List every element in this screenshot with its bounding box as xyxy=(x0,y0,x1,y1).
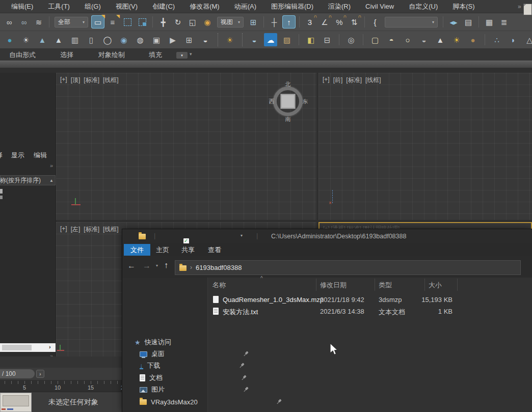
window-crossing-icon[interactable]: ▾ xyxy=(136,15,149,29)
compass-west-label[interactable]: 西 xyxy=(268,98,275,105)
scene-explorer-menu-edit[interactable]: 编辑 xyxy=(34,151,47,160)
select-place-icon[interactable]: ◉ ▾ xyxy=(201,15,214,29)
menu-item[interactable]: 图形编辑器(D) xyxy=(264,3,321,10)
menu-item[interactable]: 创建(C) xyxy=(145,3,182,10)
explorer-app-folder-icon[interactable] xyxy=(139,234,146,239)
scrollbar-right-arrow[interactable]: › xyxy=(49,344,51,350)
bind-to-spacewarp-icon[interactable]: ≋ ▾ xyxy=(32,15,45,29)
sun-positioner-icon[interactable]: ☀ xyxy=(223,33,236,46)
selection-filter-dropdown[interactable]: 全部 ▾ xyxy=(55,17,88,28)
ring-icon[interactable]: ◯ xyxy=(101,33,114,46)
layer-explorer-toggle-icon[interactable]: ≣ ▾ xyxy=(497,15,511,29)
vray-sun-icon[interactable]: ☀ xyxy=(450,33,463,46)
omni-light-icon[interactable]: ● xyxy=(3,33,16,46)
spinner-snap-icon[interactable]: ⇅ ∩ ▾ xyxy=(348,15,361,29)
pin-icon[interactable] xyxy=(237,362,246,370)
address-bar[interactable]: › 6193badf08388 xyxy=(175,260,521,275)
pin-icon[interactable] xyxy=(242,350,250,358)
viewport-standard-menu[interactable]: [标准] xyxy=(84,225,99,234)
viewport-menu-plus[interactable]: [+] xyxy=(323,76,330,85)
breadcrumb[interactable]: 6193badf08388 xyxy=(196,264,242,271)
viewport-menu-plus[interactable]: [+] xyxy=(60,225,67,234)
back-icon[interactable]: ← xyxy=(127,261,136,270)
sort-ascending-icon[interactable]: ^ xyxy=(260,276,263,281)
particles-icon[interactable]: ∴ xyxy=(490,33,503,46)
select-manipulate-icon[interactable]: ┼ ▾ xyxy=(268,15,281,29)
plane-light-icon[interactable]: ▢ xyxy=(368,33,382,46)
photometric-light-icon[interactable]: ◍ xyxy=(134,33,147,46)
viewport-shading-menu[interactable]: [线框] xyxy=(103,76,119,85)
sidebar-item-quick-access[interactable]: ★ 快速访问 xyxy=(122,336,208,348)
sidebar-item-pictures[interactable]: 图片 xyxy=(122,383,208,396)
menu-item[interactable]: 动画(A) xyxy=(227,3,264,10)
recent-locations-chevron[interactable]: ▾ xyxy=(156,263,158,268)
menu-item[interactable]: 渲染(R) xyxy=(321,3,358,10)
scene-explorer-overflow-chevron[interactable]: » xyxy=(50,162,53,169)
tab-share[interactable]: 共享 xyxy=(181,245,195,255)
select-rotate-icon[interactable]: ↻ ▾ xyxy=(171,15,184,29)
vray-cloud-icon[interactable]: ☁ xyxy=(264,33,277,46)
reference-coordinate-dropdown[interactable]: 视图 ▾ xyxy=(217,17,244,28)
select-scale-icon[interactable]: ◱ ▾ xyxy=(186,15,199,29)
mirror-icon[interactable]: ◂▸ ▾ xyxy=(447,15,460,29)
sidebar-item-vray-folder[interactable]: VRay3dsMax20 xyxy=(122,396,208,408)
ribbon-tab-populate[interactable]: 填充 xyxy=(125,50,162,60)
rendered-frame-icon[interactable]: ▶ xyxy=(166,33,179,46)
menu-item[interactable]: 编辑(E) xyxy=(4,3,41,10)
vray-framebuffer-icon[interactable]: ▨ xyxy=(280,33,294,46)
separator[interactable]: ▾ xyxy=(47,15,51,29)
silhouette-icon[interactable]: ▯ xyxy=(85,33,98,46)
column-divider[interactable] xyxy=(457,279,458,291)
edit-named-sets-icon[interactable]: { ▾ xyxy=(368,15,382,29)
viewport-front[interactable] xyxy=(318,73,532,220)
viewport-view-menu[interactable]: [顶] xyxy=(71,76,81,85)
explorer-title-bar[interactable]: | ✓ ▾ | C:\Users\Administrator\Desktop\6… xyxy=(122,229,532,243)
keyboard-override-icon[interactable]: ↑ ▾ xyxy=(282,15,296,29)
chevron-down-icon[interactable]: ▾ xyxy=(190,51,192,57)
ies-light-icon[interactable]: ▲ xyxy=(434,33,447,46)
menu-item[interactable]: 组(G) xyxy=(77,3,109,10)
menu-item[interactable]: 视图(V) xyxy=(109,3,145,10)
sidebar-item-desktop[interactable]: 桌面 xyxy=(122,348,208,360)
viewcube-top-face[interactable] xyxy=(280,94,296,109)
separator[interactable]: ▾ xyxy=(362,15,367,29)
menu-item[interactable]: Civil View xyxy=(358,3,402,10)
separator[interactable] xyxy=(297,33,301,46)
viewport-view-menu[interactable]: [前] xyxy=(333,76,343,85)
compass-north-label[interactable]: 北 xyxy=(284,80,291,88)
ribbon-collapsed-bar[interactable] xyxy=(0,61,532,68)
moon-icon[interactable]: ◗ xyxy=(507,33,520,46)
tab-file[interactable]: 文件 xyxy=(124,244,150,256)
scene-explorer-sort-header[interactable]: 称(按升序排序) ▲ xyxy=(0,175,56,185)
separator[interactable]: ▾ xyxy=(476,15,481,29)
separator[interactable]: ▾ xyxy=(441,15,445,29)
ribbon-tab-object-paint[interactable]: 对象绘制 xyxy=(73,50,125,60)
menu-item[interactable]: 自定义(U) xyxy=(402,3,445,10)
separator[interactable]: ▾ xyxy=(261,15,266,29)
gimbal-icon[interactable]: △ xyxy=(523,33,532,46)
select-link-icon[interactable]: ∞ ▾ xyxy=(3,15,16,29)
separator[interactable] xyxy=(215,33,220,46)
asset-list-icon[interactable]: ▥ xyxy=(68,33,82,46)
column-header-date[interactable]: 修改日期 xyxy=(320,281,347,290)
select-object-icon[interactable]: ▭ ◥ ▾ xyxy=(91,15,104,29)
sort-ascending-icon[interactable]: ▲ xyxy=(49,178,54,183)
render-teapot-icon[interactable]: ◒ xyxy=(199,33,212,46)
tree-icon[interactable]: ▲ xyxy=(52,33,65,46)
next-frame-button[interactable]: › xyxy=(36,370,44,378)
separator[interactable]: ▾ xyxy=(297,15,302,29)
separator[interactable] xyxy=(361,33,365,46)
file-row[interactable]: 安装方法.txt 2021/6/3 14:38 文本文档 1 KB xyxy=(209,306,532,318)
qat-customize-chevron[interactable]: ▾ xyxy=(241,233,243,238)
preview-thumbnail-window[interactable] xyxy=(0,393,32,412)
tab-view[interactable]: 查看 xyxy=(208,245,221,255)
scene-explorer-menu-clipped[interactable]: 择 xyxy=(0,151,3,160)
viewport-view-menu[interactable]: [左] xyxy=(71,225,81,234)
select-by-name-icon[interactable]: ≡ ◥ ▾ xyxy=(106,15,119,29)
ribbon-tab-freeform[interactable]: 自由形式 xyxy=(0,50,36,60)
unlink-icon[interactable]: ∞ ▾ xyxy=(17,15,31,29)
pin-icon[interactable] xyxy=(240,374,248,382)
menu-overflow-chevron[interactable]: » xyxy=(518,3,521,10)
column-divider[interactable] xyxy=(375,279,375,291)
separator[interactable] xyxy=(483,33,487,46)
